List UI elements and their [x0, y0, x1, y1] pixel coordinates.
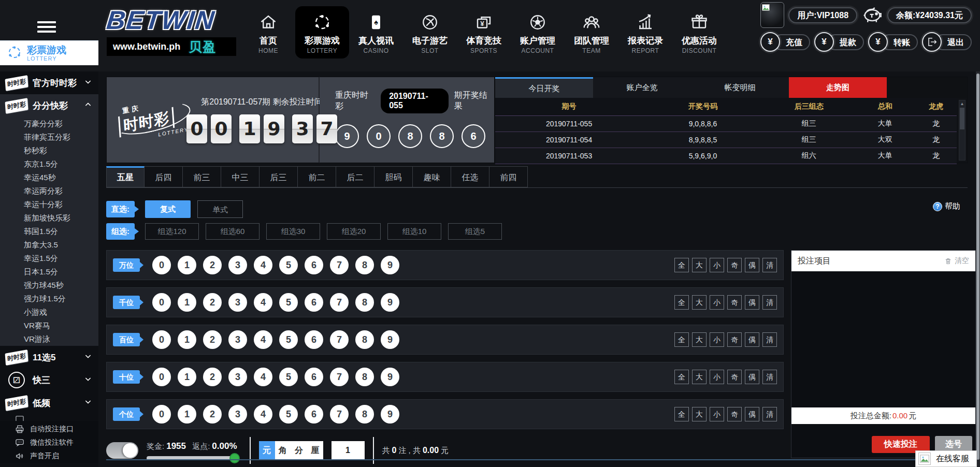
digit-ball-1[interactable]: 1: [178, 405, 196, 424]
digit-ball-5[interactable]: 5: [279, 256, 298, 274]
digit-ball-0[interactable]: 0: [152, 256, 171, 274]
row-tool-小[interactable]: 小: [710, 370, 724, 384]
digit-ball-2[interactable]: 2: [203, 405, 222, 424]
digit-ball-2[interactable]: 2: [203, 293, 222, 312]
digit-ball-5[interactable]: 5: [279, 330, 298, 349]
nav-item-home[interactable]: 首页HOME: [241, 6, 295, 59]
sidebar-group-低频[interactable]: 时时彩低频: [0, 391, 98, 414]
digit-ball-8[interactable]: 8: [355, 368, 374, 386]
digit-ball-1[interactable]: 1: [178, 330, 196, 349]
avatar[interactable]: [760, 2, 784, 28]
digit-ball-9[interactable]: 9: [381, 256, 399, 274]
nav-item-sports[interactable]: ¥体育竞技SPORTS: [457, 6, 511, 59]
unit-角[interactable]: 角: [275, 441, 291, 460]
nav-item-slot[interactable]: 电子游艺SLOT: [403, 6, 457, 59]
action-提款[interactable]: ¥提款: [814, 32, 864, 52]
bet-tab-后三[interactable]: 后三: [260, 166, 298, 187]
table-scrollbar[interactable]: ▲: [959, 100, 965, 160]
group-option-组选5[interactable]: 组选5: [448, 223, 502, 240]
row-tool-奇[interactable]: 奇: [727, 332, 742, 347]
digit-ball-2[interactable]: 2: [203, 368, 222, 386]
row-tool-清[interactable]: 清: [762, 407, 777, 421]
bet-tab-胆码[interactable]: 胆码: [374, 166, 413, 187]
row-tool-清[interactable]: 清: [762, 258, 777, 272]
row-tool-偶[interactable]: 偶: [745, 370, 759, 384]
digit-ball-3[interactable]: 3: [228, 330, 247, 349]
digit-ball-9[interactable]: 9: [381, 368, 399, 386]
online-service-widget[interactable]: 在线客服: [915, 450, 977, 467]
action-充值[interactable]: ¥充值: [760, 32, 810, 52]
row-tool-大[interactable]: 大: [692, 332, 707, 347]
row-tool-偶[interactable]: 偶: [745, 407, 759, 421]
sidebar-item-东京1.5分[interactable]: 东京1.5分: [0, 157, 98, 171]
sidebar-item-新加坡快乐彩[interactable]: 新加坡快乐彩: [0, 211, 98, 225]
sidebar-item-日本1.5分[interactable]: 日本1.5分: [0, 265, 98, 279]
digit-ball-2[interactable]: 2: [203, 256, 222, 274]
clear-slip-button[interactable]: 清空: [944, 256, 969, 266]
prize-mode-toggle[interactable]: [106, 442, 138, 459]
digit-ball-7[interactable]: 7: [330, 293, 349, 312]
digit-ball-4[interactable]: 4: [254, 293, 272, 312]
row-tool-奇[interactable]: 奇: [727, 295, 742, 310]
row-tool-清[interactable]: 清: [762, 332, 777, 347]
row-tool-全[interactable]: 全: [674, 332, 689, 347]
tool-自动投注接口[interactable]: 自动投注接口: [0, 422, 98, 436]
row-tool-小[interactable]: 小: [710, 258, 724, 272]
nav-item-team[interactable]: 团队管理TEAM: [565, 6, 618, 59]
sidebar-item-菲律宾五分彩[interactable]: 菲律宾五分彩: [0, 130, 98, 144]
digit-ball-7[interactable]: 7: [330, 368, 349, 386]
trend-chart-button[interactable]: 走势图: [789, 77, 887, 98]
bet-tab-前四[interactable]: 前四: [489, 166, 528, 187]
bet-tab-任选[interactable]: 任选: [451, 166, 489, 187]
digit-ball-2[interactable]: 2: [203, 330, 222, 349]
nav-item-account[interactable]: 账户管理ACCOUNT: [511, 6, 565, 59]
digit-ball-1[interactable]: 1: [178, 256, 196, 274]
bet-tab-前二[interactable]: 前二: [298, 166, 336, 187]
tool-声音开启[interactable]: 声音开启: [0, 449, 98, 463]
digit-ball-5[interactable]: 5: [279, 293, 298, 312]
digit-ball-6[interactable]: 6: [305, 256, 323, 274]
direct-option-复式[interactable]: 复式: [145, 200, 191, 218]
row-tool-全[interactable]: 全: [674, 258, 689, 272]
bet-tab-中三[interactable]: 中三: [221, 166, 260, 187]
digit-ball-6[interactable]: 6: [305, 368, 323, 386]
brand-logo[interactable]: BETWIN www.betwin.ph 贝盈: [107, 4, 236, 56]
sidebar-item-幸运十分彩[interactable]: 幸运十分彩: [0, 198, 98, 211]
sidebar-item-韩国1.5分[interactable]: 韩国1.5分: [0, 225, 98, 238]
row-tool-清[interactable]: 清: [762, 370, 777, 384]
sidebar-item-幸运1.5分[interactable]: 幸运1.5分: [0, 252, 98, 265]
digit-ball-8[interactable]: 8: [355, 405, 374, 424]
bet-tab-前三[interactable]: 前三: [183, 166, 221, 187]
sidebar-group-快三[interactable]: ⚂快三: [0, 369, 98, 391]
nav-item-lottery[interactable]: 彩票游戏LOTTERY: [295, 6, 349, 59]
digit-ball-7[interactable]: 7: [330, 256, 349, 274]
sidebar-group-11选5[interactable]: 时时彩11选5: [0, 346, 98, 369]
digit-ball-3[interactable]: 3: [228, 368, 247, 386]
group-option-组选20[interactable]: 组选20: [327, 223, 381, 240]
bet-tab-后二[interactable]: 后二: [336, 166, 374, 187]
digit-ball-7[interactable]: 7: [330, 330, 349, 349]
sidebar-group-官方时时彩[interactable]: 时时彩官方时时彩: [0, 71, 98, 94]
digit-ball-8[interactable]: 8: [355, 256, 374, 274]
digit-ball-0[interactable]: 0: [152, 368, 171, 386]
multiplier-input[interactable]: [332, 441, 365, 460]
scroll-up-icon[interactable]: ▲: [959, 100, 965, 107]
direct-option-单式[interactable]: 单式: [197, 200, 243, 218]
row-tool-奇[interactable]: 奇: [727, 407, 742, 421]
nav-item-casino[interactable]: ♠真人视讯CASINO: [349, 6, 403, 59]
sidebar-item-强力球45秒[interactable]: 强力球45秒: [0, 279, 98, 292]
row-tool-全[interactable]: 全: [674, 295, 689, 310]
sidebar-item-VR游泳[interactable]: VR游泳: [0, 332, 98, 346]
unit-分[interactable]: 分: [291, 441, 307, 460]
digit-ball-5[interactable]: 5: [279, 368, 298, 386]
digit-ball-3[interactable]: 3: [228, 256, 247, 274]
digit-ball-5[interactable]: 5: [279, 405, 298, 424]
action-转账[interactable]: ¥转账: [868, 32, 918, 52]
digit-ball-0[interactable]: 0: [152, 330, 171, 349]
sidebar-item-VR赛马[interactable]: VR赛马: [0, 319, 98, 332]
sidebar-header[interactable]: 彩票游戏 LOTTERY: [0, 40, 98, 65]
group-option-组选60[interactable]: 组选60: [206, 223, 260, 240]
row-tool-全[interactable]: 全: [674, 370, 689, 384]
digit-ball-8[interactable]: 8: [355, 330, 374, 349]
history-tab-帐变明细[interactable]: 帐变明细: [691, 77, 789, 98]
